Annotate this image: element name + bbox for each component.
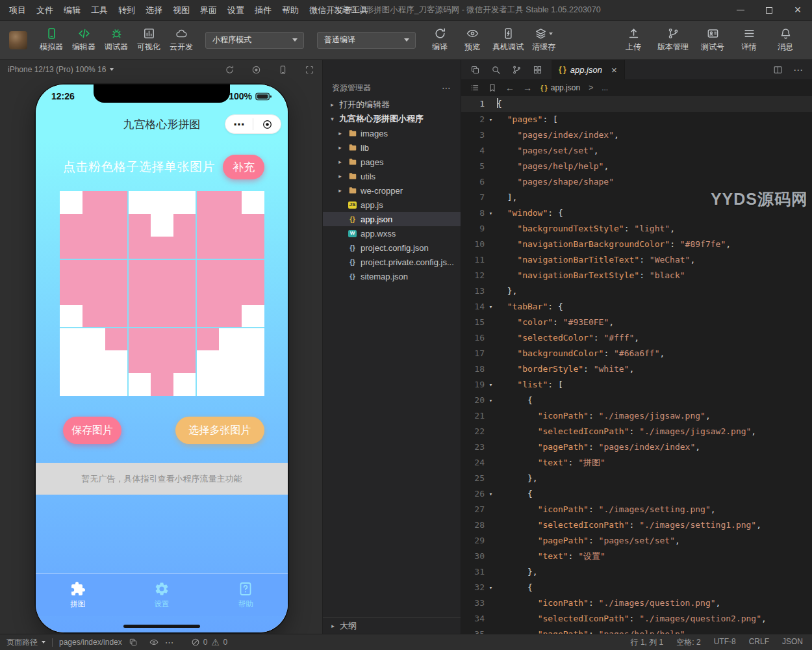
capsule-home-button[interactable] bbox=[253, 115, 281, 133]
grid-cell[interactable] bbox=[128, 350, 151, 373]
tree-item-app-wxss[interactable]: Wapp.wxss bbox=[323, 226, 461, 240]
grid-cell[interactable] bbox=[128, 214, 151, 237]
grid-cell[interactable] bbox=[151, 328, 173, 350]
grid-cell[interactable] bbox=[105, 259, 128, 282]
grid-cell[interactable] bbox=[219, 328, 242, 350]
grid-cell[interactable] bbox=[151, 305, 173, 328]
grid-cell[interactable] bbox=[82, 328, 105, 350]
grid-cell[interactable] bbox=[60, 237, 82, 259]
split-icon[interactable] bbox=[773, 65, 783, 75]
encoding[interactable]: UTF-8 bbox=[714, 637, 736, 648]
tree-item-sitemap-json[interactable]: {}sitemap.json bbox=[323, 269, 461, 283]
grid-cell[interactable] bbox=[196, 214, 219, 237]
grid-cell[interactable] bbox=[60, 214, 82, 237]
grid-cell[interactable] bbox=[196, 237, 219, 259]
grid-cell[interactable] bbox=[151, 350, 173, 373]
menu-item[interactable]: 选择 bbox=[140, 0, 168, 20]
menu-item[interactable]: 设置 bbox=[222, 0, 249, 20]
tree-item-project-private-config[interactable]: {}project.private.config.js... bbox=[323, 255, 461, 269]
remote-debug-button[interactable]: 真机调试 bbox=[490, 25, 526, 55]
tab-app-json[interactable]: { } app.json × bbox=[552, 60, 625, 79]
grid-cell[interactable] bbox=[151, 237, 173, 259]
breadcrumb-more[interactable]: ... bbox=[602, 83, 608, 92]
messages-button[interactable]: 消息 bbox=[770, 25, 800, 55]
grid-cell[interactable] bbox=[82, 373, 105, 396]
grid-cell[interactable] bbox=[173, 282, 196, 305]
grid-cell[interactable] bbox=[219, 237, 242, 259]
device-selector[interactable]: iPhone 12/13 (Pro) 100% 16 bbox=[8, 65, 106, 74]
grid-cell[interactable] bbox=[219, 373, 242, 396]
grid-icon[interactable] bbox=[533, 65, 542, 75]
cursor-position[interactable]: 行 1, 列 1 bbox=[631, 637, 664, 648]
cloud-dev-button[interactable]: 云开发 bbox=[166, 25, 196, 55]
list-icon[interactable] bbox=[470, 83, 479, 92]
grid-cell[interactable] bbox=[82, 259, 105, 282]
grid-cell[interactable] bbox=[242, 373, 264, 396]
frame-icon[interactable] bbox=[305, 65, 314, 75]
grid-cell[interactable] bbox=[173, 328, 196, 350]
compile-button[interactable]: 编译 bbox=[425, 25, 455, 55]
maximize-button[interactable] bbox=[755, 0, 783, 20]
editor-button[interactable]: 编辑器 bbox=[69, 25, 99, 55]
grid-cell[interactable] bbox=[242, 350, 264, 373]
grid-cell[interactable] bbox=[105, 328, 128, 350]
grid-cell[interactable] bbox=[60, 259, 82, 282]
code-area[interactable]: 1{2▾ "pages": [3 "pages/index/index",4 "… bbox=[461, 96, 812, 634]
menu-item[interactable]: 工具 bbox=[86, 0, 113, 20]
grid-cell[interactable] bbox=[82, 305, 105, 328]
tree-item-pages[interactable]: ▸pages bbox=[323, 155, 461, 169]
grid-cell[interactable] bbox=[82, 350, 105, 373]
grid-cell[interactable] bbox=[242, 214, 264, 237]
grid-cell[interactable] bbox=[196, 350, 219, 373]
grid-cell[interactable] bbox=[196, 282, 219, 305]
compile-mode-select[interactable]: 普通编译 bbox=[317, 32, 416, 49]
bookmark-icon[interactable] bbox=[488, 83, 497, 92]
grid-cell[interactable] bbox=[105, 237, 128, 259]
search-icon[interactable] bbox=[491, 65, 501, 75]
grid-cell[interactable] bbox=[60, 328, 82, 350]
upload-button[interactable]: 上传 bbox=[618, 25, 648, 55]
grid-cell[interactable] bbox=[173, 373, 196, 396]
grid-cell[interactable] bbox=[219, 350, 242, 373]
grid-cell[interactable] bbox=[105, 373, 128, 396]
tab-jigsaw[interactable]: 拼图 bbox=[36, 574, 120, 616]
tree-item-project-root[interactable]: ▾九宫格心形拼图小程序 bbox=[323, 112, 461, 126]
outline-section[interactable]: ▸ 大纲 bbox=[323, 617, 461, 634]
grid-cell[interactable] bbox=[151, 214, 173, 237]
grid-cell[interactable] bbox=[128, 282, 151, 305]
details-button[interactable]: 详情 bbox=[734, 25, 764, 55]
grid-cell[interactable] bbox=[242, 191, 264, 214]
grid-cell[interactable] bbox=[105, 305, 128, 328]
grid-cell[interactable] bbox=[82, 214, 105, 237]
tab-settings[interactable]: 设置 bbox=[120, 574, 203, 616]
rotate-icon[interactable] bbox=[225, 65, 235, 75]
grid-cell[interactable] bbox=[242, 259, 264, 282]
grid-cell[interactable] bbox=[128, 237, 151, 259]
breadcrumb-file[interactable]: { } app.json bbox=[540, 83, 580, 92]
grid-cell[interactable] bbox=[151, 373, 173, 396]
language-mode[interactable]: JSON bbox=[782, 637, 803, 648]
eol[interactable]: CRLF bbox=[749, 637, 769, 648]
grid-cell[interactable] bbox=[82, 237, 105, 259]
grid-cell[interactable] bbox=[242, 282, 264, 305]
grid-cell[interactable] bbox=[242, 328, 264, 350]
grid-cell[interactable] bbox=[151, 259, 173, 282]
grid-cell[interactable] bbox=[151, 282, 173, 305]
grid-cell[interactable] bbox=[173, 191, 196, 214]
eye-icon[interactable] bbox=[149, 638, 159, 647]
visualization-button[interactable]: 可视化 bbox=[134, 25, 164, 55]
grid-cell[interactable] bbox=[60, 373, 82, 396]
problems-indicator[interactable]: 0 ⚠ 0 bbox=[191, 638, 227, 647]
grid-cell[interactable] bbox=[219, 259, 242, 282]
mode-select[interactable]: 小程序模式 bbox=[205, 32, 304, 49]
grid-cell[interactable] bbox=[105, 282, 128, 305]
grid-cell[interactable] bbox=[105, 191, 128, 214]
branch-icon[interactable] bbox=[512, 65, 522, 75]
more-icon[interactable]: ⋯ bbox=[793, 65, 803, 75]
tree-item-opened-editors[interactable]: ▸打开的编辑器 bbox=[323, 98, 461, 112]
tree-item-app-js[interactable]: JSapp.js bbox=[323, 198, 461, 212]
grid-cell[interactable] bbox=[242, 305, 264, 328]
device-icon[interactable] bbox=[278, 65, 288, 75]
menu-item[interactable]: 帮助 bbox=[277, 0, 304, 20]
copy-path-icon[interactable] bbox=[129, 638, 138, 647]
